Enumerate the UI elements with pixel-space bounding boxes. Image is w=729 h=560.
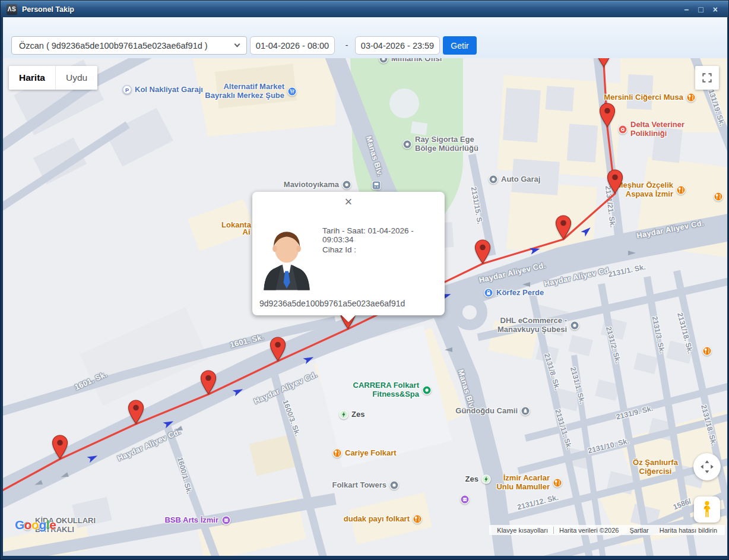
- route-marker[interactable]: [596, 58, 612, 67]
- poi-label-ray-sigorta[interactable]: Ray Sigorta Ege Bölge Müdürlüğü: [415, 135, 478, 153]
- poi-label-zes-1[interactable]: Zes: [351, 410, 364, 419]
- date-range-separator: -: [341, 36, 352, 55]
- poi-label-maviotoyikama[interactable]: Maviotoyıkama: [284, 181, 339, 189]
- restaurant-icon[interactable]: [676, 185, 686, 195]
- restaurant-icon[interactable]: [553, 478, 562, 488]
- restaurant-icon[interactable]: [332, 448, 342, 458]
- oneway-arrow-icon: [628, 251, 636, 255]
- route-direction-arrow-icon: [581, 225, 592, 237]
- map-type-uydu[interactable]: Uydu: [55, 66, 97, 90]
- restaurant-icon[interactable]: [413, 514, 422, 524]
- restaurant-icon[interactable]: [686, 93, 696, 102]
- oneway-arrow-icon: [445, 347, 452, 352]
- maximize-button[interactable]: □: [698, 5, 703, 14]
- minimize-button[interactable]: –: [684, 5, 689, 14]
- poi-label-korfez-perde[interactable]: Körfez Perde: [496, 289, 544, 298]
- poi-label-dudak-payi-folkart[interactable]: dudak payı folkart: [344, 515, 410, 524]
- poi-label-cariye-folkart[interactable]: Cariye Folkart: [345, 449, 397, 458]
- poi-label-alternatif-market[interactable]: Alternatif Market Bayraklı Merkez Şube: [205, 83, 284, 100]
- close-button[interactable]: ×: [713, 5, 718, 14]
- generic-icon[interactable]: [402, 140, 412, 149]
- attribution-separator: [553, 527, 554, 534]
- route-direction-arrow-icon: [163, 418, 175, 428]
- map-type-harita[interactable]: Harita: [9, 66, 55, 90]
- close-icon[interactable]: ×: [345, 195, 353, 208]
- person-select-value: Özcan ( 9d9236a5de100b9761a5e023ae6af91d…: [19, 41, 208, 50]
- purple-icon[interactable]: [221, 515, 231, 525]
- lock-icon[interactable]: [484, 288, 493, 298]
- poi-label-delta-veteriner[interactable]: Delta Veteriner Polikliniği: [630, 121, 684, 138]
- pegman-icon: [701, 501, 714, 518]
- poi-label-gundogdu-camii[interactable]: Gündoğdu Camii: [455, 407, 518, 416]
- app-logo-icon: ΛS: [7, 4, 17, 15]
- date-to-input[interactable]: [355, 36, 440, 55]
- poi-label-zes-2[interactable]: Zes: [465, 475, 478, 484]
- market-icon[interactable]: [287, 87, 297, 96]
- restaurant-icon[interactable]: [702, 346, 712, 356]
- google-logo[interactable]: Google: [15, 518, 56, 532]
- poi-label-auto-garaj[interactable]: Auto Garaj: [501, 175, 540, 184]
- route-marker[interactable]: [475, 239, 491, 264]
- route-marker[interactable]: [600, 103, 616, 127]
- titlebar[interactable]: ΛS Personel Takip – □ ×: [1, 1, 728, 17]
- avatar: [259, 225, 314, 295]
- poi-label-dhl-ecommerce[interactable]: DHL eCommerce - Manavkuyu Şubesi: [497, 317, 567, 334]
- poi-label-bsb-arts-izmir[interactable]: BSB Arts İzmir: [164, 516, 218, 525]
- bus-icon[interactable]: [372, 181, 381, 190]
- purple-icon[interactable]: [460, 495, 470, 504]
- route-direction-arrow-icon: [87, 453, 99, 463]
- route-marker[interactable]: [201, 370, 217, 394]
- poi-label-kol-nakliyat-garaji[interactable]: Kol Nakliyat Garajı: [135, 86, 203, 94]
- oneway-arrow-icon: [34, 480, 43, 487]
- vet-icon[interactable]: [618, 125, 627, 134]
- restaurant-icon[interactable]: [714, 192, 723, 201]
- route-marker[interactable]: [128, 400, 144, 424]
- poi-label-mersinli-cigerci-musa[interactable]: Mersinli Ciğerci Musa: [604, 93, 683, 102]
- poi-label-lokanta-2[interactable]: Ai: [243, 228, 251, 237]
- poi-label-folkart-towers[interactable]: Folkart Towers: [332, 481, 386, 490]
- infowindow-device-id: 9d9236a5de100b9761a5e023ae6af91d: [259, 299, 405, 308]
- route-marker[interactable]: [270, 337, 286, 361]
- mosque-icon[interactable]: [521, 406, 530, 416]
- chevron-down-icon: [234, 42, 240, 48]
- map-canvas[interactable]: Harita Uydu ×: [3, 58, 727, 556]
- route-marker[interactable]: [52, 435, 68, 459]
- terms-link[interactable]: Şartlar: [624, 527, 654, 534]
- route-direction-arrow-icon: [232, 386, 244, 396]
- svg-text:P: P: [125, 87, 129, 93]
- generic-icon[interactable]: [389, 480, 399, 490]
- pegman-button[interactable]: [694, 496, 720, 523]
- route-marker[interactable]: [556, 215, 572, 239]
- parking-icon[interactable]: P: [122, 85, 132, 94]
- infowindow-datetime: Tarih - Saat: 01-04-2026 - 09:03:34: [322, 226, 445, 244]
- poi-label-carrera-folkart[interactable]: CARRERA Folkart Fitness&Spa: [353, 381, 419, 399]
- poi-label-meshur-ozcelik-aspava[interactable]: Meşhur Özçelik Aspava İzmir: [617, 181, 673, 199]
- oneway-arrow-icon: [60, 472, 69, 479]
- toolbar: Özcan ( 9d9236a5de100b9761a5e023ae6af91d…: [3, 17, 727, 58]
- fitness-icon[interactable]: [422, 385, 432, 395]
- ev-icon[interactable]: [339, 410, 348, 419]
- ev-icon[interactable]: [481, 474, 491, 484]
- route-direction-arrow-icon: [303, 354, 315, 364]
- map-type-control: Harita Uydu: [9, 66, 97, 90]
- pan-arrows-icon: [699, 459, 715, 474]
- fullscreen-icon: [701, 72, 713, 84]
- infowindow-device-label: Cihaz Id :: [322, 245, 356, 254]
- poi-label-oz-sanliurfa-cigercisi[interactable]: Öz Şanlıurfa Ciğercisi: [620, 458, 692, 476]
- fetch-button[interactable]: Getir: [443, 36, 477, 55]
- keyboard-shortcuts-link[interactable]: Klavye kısayolları: [492, 527, 553, 534]
- route-marker[interactable]: [607, 169, 623, 194]
- oneway-arrow-icon: [174, 426, 183, 433]
- generic-icon[interactable]: [570, 321, 579, 330]
- generic-icon[interactable]: [342, 180, 351, 189]
- poi-label-izmir-acarlar[interactable]: İzmir Acarlar Unlu Mamuller: [496, 474, 550, 492]
- generic-icon[interactable]: [379, 58, 388, 64]
- fullscreen-button[interactable]: [695, 66, 719, 90]
- date-from-input[interactable]: [250, 36, 335, 55]
- report-error-link[interactable]: Harita hatası bildirin: [654, 527, 722, 534]
- person-select[interactable]: Özcan ( 9d9236a5de100b9761a5e023ae6af91d…: [11, 36, 247, 55]
- oneway-arrow-icon: [522, 282, 530, 287]
- pan-control[interactable]: [693, 453, 721, 480]
- generic-icon[interactable]: [489, 175, 498, 184]
- poi-label-mimarlik-ofisi[interactable]: Mimarlık Ofisi: [391, 58, 442, 63]
